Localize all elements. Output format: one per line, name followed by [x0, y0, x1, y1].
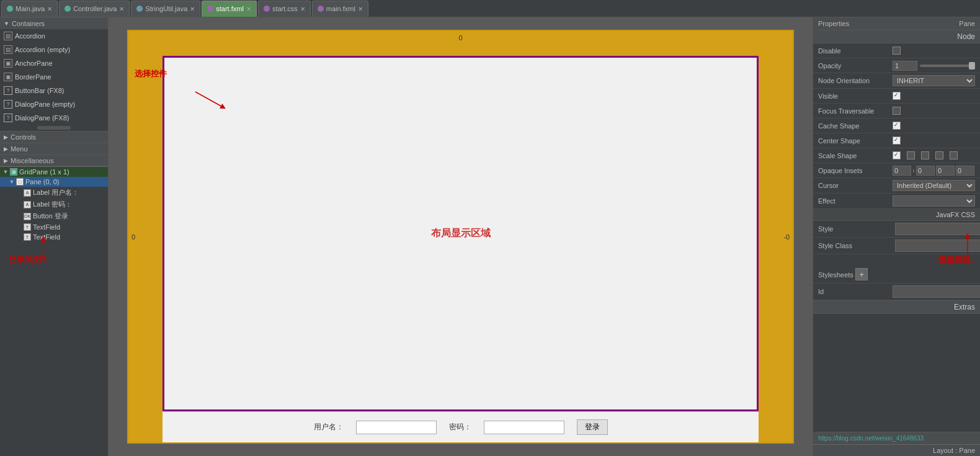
- left-panel: ▼ Containers ▤ Accordion ▤ Accordion (em…: [0, 17, 109, 456]
- inset-sep-1: ›: [912, 166, 915, 175]
- tab-close-controller[interactable]: ✕: [119, 6, 124, 12]
- dialogpane-fx8-icon: ?: [4, 114, 12, 122]
- opacity-slider[interactable]: [920, 65, 975, 67]
- comp-borderpane-label: BorderPane: [15, 73, 51, 81]
- cursor-select[interactable]: Inherited (Default): [893, 180, 975, 191]
- node-orientation-select[interactable]: INHERIT: [893, 75, 975, 86]
- comp-dialogpane-fx8-label: DialogPane (FX8): [15, 114, 69, 122]
- hier-gridpane[interactable]: ▼ ⊞ GridPane (1 x 1): [0, 167, 108, 177]
- misc-label: Miscellaneous: [11, 157, 54, 164]
- visible-value: [893, 92, 975, 100]
- containers-label: Containers: [12, 20, 45, 27]
- username-input[interactable]: [356, 421, 437, 434]
- inset-input-3[interactable]: [936, 166, 955, 176]
- visible-checkbox[interactable]: [893, 92, 901, 100]
- comp-accordion[interactable]: ▤ Accordion: [0, 29, 108, 43]
- comp-accordion-empty[interactable]: ▤ Accordion (empty): [0, 43, 108, 56]
- center-shape-label: Center Shape: [818, 137, 893, 145]
- center-shape-checkbox[interactable]: [893, 136, 901, 145]
- hier-pane[interactable]: ▼ □ Pane (0, 0): [0, 177, 108, 187]
- comp-anchorpane[interactable]: ▣ AnchorPane: [0, 56, 108, 70]
- tab-main-java[interactable]: Main.java ✕: [1, 1, 58, 17]
- tab-start-fxml[interactable]: start.fxml ✕: [202, 1, 257, 17]
- borderpane-icon: ▣: [4, 73, 12, 81]
- scale-extra-1[interactable]: [907, 151, 915, 159]
- tab-close-start-css[interactable]: ✕: [300, 6, 305, 12]
- prop-focus-traversable: Focus Traversable: [813, 104, 980, 118]
- hier-pane-label: Pane (0, 0): [25, 178, 59, 186]
- category-containers[interactable]: ▼ Containers: [0, 17, 108, 29]
- tab-stringutil-java[interactable]: StringUtil.java ✕: [131, 1, 200, 17]
- tab-close-start-fxml[interactable]: ✕: [246, 6, 251, 12]
- tab-label-start-css: start.css: [272, 5, 298, 12]
- set-prop-annotation-container: 设置属性: [813, 254, 980, 266]
- hier-button-login[interactable]: OK Button 登录: [0, 210, 108, 222]
- tab-icon-controller: [65, 6, 71, 12]
- comp-dialogpane-fx8[interactable]: ? DialogPane (FX8): [0, 111, 108, 125]
- cache-shape-checkbox[interactable]: [893, 122, 901, 130]
- opacity-input[interactable]: [893, 61, 917, 71]
- ruler-left: 0: [131, 233, 135, 241]
- anchorpane-icon: ▣: [4, 59, 12, 68]
- category-controls[interactable]: ▶ Controls: [0, 131, 108, 143]
- category-miscellaneous[interactable]: ▶ Miscellaneous: [0, 154, 108, 166]
- hier-button-login-label: Button 登录: [33, 212, 68, 221]
- tab-controller-java[interactable]: Controller.java ✕: [59, 1, 130, 17]
- id-input[interactable]: [893, 285, 980, 298]
- hier-label-username[interactable]: A Label 用户名：: [0, 187, 108, 199]
- tab-main-fxml[interactable]: main.fxml ✕: [312, 1, 368, 17]
- inset-input-1[interactable]: [893, 166, 911, 176]
- pane-expand[interactable]: ▼: [9, 179, 15, 185]
- tab-bar: Main.java ✕ Controller.java ✕ StringUtil…: [0, 0, 980, 17]
- inset-input-2[interactable]: [916, 166, 935, 176]
- tab-start-css[interactable]: start.css ✕: [258, 1, 311, 17]
- label-password-icon: A: [24, 201, 31, 208]
- disable-value: [893, 47, 975, 55]
- style-class-label: Style Class: [818, 242, 893, 249]
- gridpane-expand[interactable]: ▼: [2, 169, 9, 175]
- prop-effect: Effect: [813, 194, 980, 209]
- component-list: ▼ Containers ▤ Accordion ▤ Accordion (em…: [0, 17, 108, 166]
- scale-extra-3[interactable]: [935, 151, 943, 159]
- inner-pane-content: 布局显示区域: [164, 58, 757, 409]
- password-input[interactable]: [484, 421, 564, 434]
- category-menu[interactable]: ▶ Menu: [0, 143, 108, 154]
- scale-shape-value: [893, 151, 975, 159]
- center-area: 0 0 -0 0 布局显示区域 用户名： 密码： 登录: [109, 17, 813, 456]
- tab-close-main[interactable]: ✕: [47, 6, 52, 12]
- layout-display-text: 布局显示区域: [431, 227, 491, 240]
- comp-dialogpane-empty[interactable]: ? DialogPane (empty): [0, 97, 108, 111]
- disable-label: Disable: [818, 47, 893, 55]
- tab-close-main-fxml[interactable]: ✕: [358, 6, 363, 12]
- form-area: 用户名： 密码： 登录: [163, 411, 759, 442]
- button-login-expand: [16, 213, 22, 220]
- focus-traversable-checkbox[interactable]: [893, 107, 901, 115]
- username-label: 用户名：: [314, 422, 344, 432]
- inset-input-4[interactable]: [956, 166, 974, 176]
- disable-checkbox[interactable]: [893, 47, 901, 55]
- scale-extra-4[interactable]: [950, 151, 958, 159]
- stylesheets-add-button[interactable]: +: [855, 268, 868, 280]
- opaque-insets-value: ›: [893, 166, 975, 176]
- opacity-slider-thumb: [969, 62, 975, 69]
- hier-textfield-1[interactable]: T TextField: [0, 222, 108, 232]
- footer-url: https://blog.csdn.net/weixin_41648633: [818, 435, 924, 442]
- right-panel-header: Properties Pane: [813, 17, 980, 30]
- comp-accordion-empty-label: Accordion (empty): [15, 46, 70, 53]
- canvas-wrapper: 0 0 -0 0 布局显示区域 用户名： 密码： 登录: [109, 17, 813, 456]
- login-button[interactable]: 登录: [577, 419, 608, 435]
- comp-borderpane[interactable]: ▣ BorderPane: [0, 70, 108, 84]
- effect-select[interactable]: [893, 195, 975, 207]
- cursor-label: Cursor: [818, 182, 893, 189]
- cache-shape-value: [893, 122, 975, 130]
- scale-extra-2[interactable]: [921, 151, 929, 159]
- node-orientation-label: Node Orientation: [818, 77, 893, 84]
- tab-close-stringutil[interactable]: ✕: [190, 6, 195, 12]
- hier-label-password[interactable]: A Label 密码：: [0, 199, 108, 210]
- comp-buttonbar[interactable]: ? ButtonBar (FX8): [0, 84, 108, 97]
- tab-label-main-fxml: main.fxml: [326, 5, 355, 12]
- right-panel: Properties Pane Node Disable Opacity Nod…: [813, 17, 980, 456]
- pane-header-label: Pane: [959, 20, 975, 27]
- scale-shape-checkbox[interactable]: [893, 151, 901, 159]
- tab-label-main: Main.java: [16, 5, 45, 12]
